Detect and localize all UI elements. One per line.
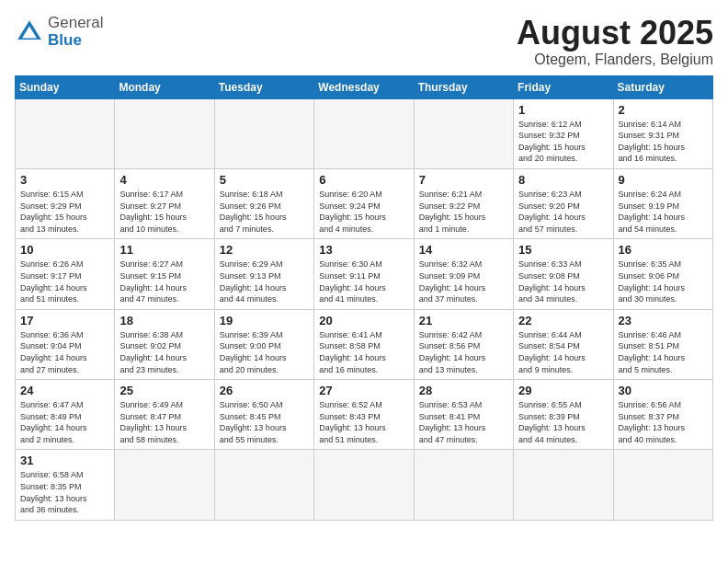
logo-general-text: General xyxy=(48,15,103,32)
week-row-6: 31Sunrise: 6:58 AM Sunset: 8:35 PM Dayli… xyxy=(16,450,713,520)
weekday-header-row: SundayMondayTuesdayWednesdayThursdayFrid… xyxy=(16,75,713,98)
day-number: 4 xyxy=(119,173,209,187)
table-row: 25Sunrise: 6:49 AM Sunset: 8:47 PM Dayli… xyxy=(115,380,214,450)
day-info: Sunrise: 6:46 AM Sunset: 8:51 PM Dayligh… xyxy=(619,329,708,375)
day-info: Sunrise: 6:56 AM Sunset: 8:37 PM Dayligh… xyxy=(619,399,708,445)
weekday-header-monday: Monday xyxy=(115,75,214,98)
day-info: Sunrise: 6:55 AM Sunset: 8:39 PM Dayligh… xyxy=(518,399,608,445)
table-row: 12Sunrise: 6:29 AM Sunset: 9:13 PM Dayli… xyxy=(214,239,313,309)
day-number: 2 xyxy=(619,103,708,117)
weekday-header-tuesday: Tuesday xyxy=(214,75,313,98)
day-info: Sunrise: 6:27 AM Sunset: 9:15 PM Dayligh… xyxy=(119,259,209,304)
day-number: 28 xyxy=(419,384,508,397)
day-info: Sunrise: 6:41 AM Sunset: 8:58 PM Dayligh… xyxy=(319,329,408,375)
day-number: 7 xyxy=(419,173,508,187)
week-row-2: 3Sunrise: 6:15 AM Sunset: 9:29 PM Daylig… xyxy=(16,168,713,238)
day-number: 30 xyxy=(619,384,708,397)
weekday-header-friday: Friday xyxy=(514,75,613,98)
table-row xyxy=(613,450,712,520)
day-info: Sunrise: 6:26 AM Sunset: 9:17 PM Dayligh… xyxy=(20,259,109,304)
table-row: 8Sunrise: 6:23 AM Sunset: 9:20 PM Daylig… xyxy=(514,168,613,238)
table-row: 17Sunrise: 6:36 AM Sunset: 9:04 PM Dayli… xyxy=(16,309,115,379)
day-number: 1 xyxy=(518,103,608,117)
day-number: 13 xyxy=(319,243,408,257)
table-row: 26Sunrise: 6:50 AM Sunset: 8:45 PM Dayli… xyxy=(214,380,313,450)
table-row: 18Sunrise: 6:38 AM Sunset: 9:02 PM Dayli… xyxy=(115,309,214,379)
table-row: 10Sunrise: 6:26 AM Sunset: 9:17 PM Dayli… xyxy=(16,239,115,309)
table-row: 23Sunrise: 6:46 AM Sunset: 8:51 PM Dayli… xyxy=(613,309,712,379)
table-row: 3Sunrise: 6:15 AM Sunset: 9:29 PM Daylig… xyxy=(16,168,115,238)
day-info: Sunrise: 6:20 AM Sunset: 9:24 PM Dayligh… xyxy=(319,189,408,235)
table-row: 6Sunrise: 6:20 AM Sunset: 9:24 PM Daylig… xyxy=(314,168,414,238)
table-row: 4Sunrise: 6:17 AM Sunset: 9:27 PM Daylig… xyxy=(115,168,214,238)
table-row: 2Sunrise: 6:14 AM Sunset: 9:31 PM Daylig… xyxy=(613,98,712,168)
table-row: 1Sunrise: 6:12 AM Sunset: 9:32 PM Daylig… xyxy=(514,98,613,168)
day-number: 18 xyxy=(119,314,209,327)
day-number: 20 xyxy=(319,314,408,327)
table-row: 11Sunrise: 6:27 AM Sunset: 9:15 PM Dayli… xyxy=(115,239,214,309)
day-number: 29 xyxy=(518,384,608,397)
weekday-header-saturday: Saturday xyxy=(613,75,712,98)
week-row-3: 10Sunrise: 6:26 AM Sunset: 9:17 PM Dayli… xyxy=(16,239,713,309)
table-row xyxy=(115,98,214,168)
day-info: Sunrise: 6:33 AM Sunset: 9:08 PM Dayligh… xyxy=(518,259,608,304)
day-info: Sunrise: 6:18 AM Sunset: 9:26 PM Dayligh… xyxy=(220,189,309,235)
logo: General Blue xyxy=(15,15,103,49)
day-number: 5 xyxy=(220,173,309,187)
table-row: 29Sunrise: 6:55 AM Sunset: 8:39 PM Dayli… xyxy=(514,380,613,450)
month-title: August 2025 xyxy=(517,15,713,52)
day-info: Sunrise: 6:35 AM Sunset: 9:06 PM Dayligh… xyxy=(619,259,708,304)
day-number: 22 xyxy=(518,314,608,327)
location-subtitle: Otegem, Flanders, Belgium xyxy=(517,52,713,68)
week-row-1: 1Sunrise: 6:12 AM Sunset: 9:32 PM Daylig… xyxy=(16,98,713,168)
table-row: 21Sunrise: 6:42 AM Sunset: 8:56 PM Dayli… xyxy=(414,309,513,379)
day-info: Sunrise: 6:17 AM Sunset: 9:27 PM Dayligh… xyxy=(119,189,209,235)
table-row xyxy=(414,98,513,168)
day-number: 31 xyxy=(20,454,109,467)
table-row xyxy=(214,98,313,168)
table-row: 30Sunrise: 6:56 AM Sunset: 8:37 PM Dayli… xyxy=(613,380,712,450)
table-row xyxy=(115,450,214,520)
table-row: 28Sunrise: 6:53 AM Sunset: 8:41 PM Dayli… xyxy=(414,380,513,450)
day-number: 12 xyxy=(220,243,309,257)
day-number: 9 xyxy=(619,173,708,187)
day-number: 16 xyxy=(619,243,708,257)
day-info: Sunrise: 6:12 AM Sunset: 9:32 PM Dayligh… xyxy=(518,119,608,165)
table-row: 5Sunrise: 6:18 AM Sunset: 9:26 PM Daylig… xyxy=(214,168,313,238)
day-number: 8 xyxy=(518,173,608,187)
day-number: 23 xyxy=(619,314,708,327)
day-info: Sunrise: 6:58 AM Sunset: 8:35 PM Dayligh… xyxy=(20,469,109,515)
day-number: 19 xyxy=(220,314,309,327)
week-row-4: 17Sunrise: 6:36 AM Sunset: 9:04 PM Dayli… xyxy=(16,309,713,379)
table-row xyxy=(514,450,613,520)
day-number: 15 xyxy=(518,243,608,257)
table-row: 15Sunrise: 6:33 AM Sunset: 9:08 PM Dayli… xyxy=(514,239,613,309)
table-row: 7Sunrise: 6:21 AM Sunset: 9:22 PM Daylig… xyxy=(414,168,513,238)
weekday-header-wednesday: Wednesday xyxy=(314,75,414,98)
day-info: Sunrise: 6:21 AM Sunset: 9:22 PM Dayligh… xyxy=(419,189,508,235)
header: General Blue August 2025 Otegem, Flander… xyxy=(15,15,713,68)
logo-text: General Blue xyxy=(48,15,103,49)
table-row xyxy=(314,98,414,168)
table-row xyxy=(16,98,115,168)
day-info: Sunrise: 6:23 AM Sunset: 9:20 PM Dayligh… xyxy=(518,189,608,235)
table-row: 27Sunrise: 6:52 AM Sunset: 8:43 PM Dayli… xyxy=(314,380,414,450)
day-info: Sunrise: 6:39 AM Sunset: 9:00 PM Dayligh… xyxy=(220,329,309,375)
day-number: 17 xyxy=(20,314,109,327)
day-number: 10 xyxy=(20,243,109,257)
table-row: 9Sunrise: 6:24 AM Sunset: 9:19 PM Daylig… xyxy=(613,168,712,238)
day-info: Sunrise: 6:32 AM Sunset: 9:09 PM Dayligh… xyxy=(419,259,508,304)
day-number: 27 xyxy=(319,384,408,397)
week-row-5: 24Sunrise: 6:47 AM Sunset: 8:49 PM Dayli… xyxy=(16,380,713,450)
table-row xyxy=(414,450,513,520)
table-row: 20Sunrise: 6:41 AM Sunset: 8:58 PM Dayli… xyxy=(314,309,414,379)
table-row: 16Sunrise: 6:35 AM Sunset: 9:06 PM Dayli… xyxy=(613,239,712,309)
day-info: Sunrise: 6:47 AM Sunset: 8:49 PM Dayligh… xyxy=(20,399,109,445)
calendar: SundayMondayTuesdayWednesdayThursdayFrid… xyxy=(15,75,713,521)
logo-icon xyxy=(15,17,44,47)
day-info: Sunrise: 6:14 AM Sunset: 9:31 PM Dayligh… xyxy=(619,119,708,165)
table-row: 13Sunrise: 6:30 AM Sunset: 9:11 PM Dayli… xyxy=(314,239,414,309)
day-number: 3 xyxy=(20,173,109,187)
weekday-header-sunday: Sunday xyxy=(16,75,115,98)
day-info: Sunrise: 6:50 AM Sunset: 8:45 PM Dayligh… xyxy=(220,399,309,445)
